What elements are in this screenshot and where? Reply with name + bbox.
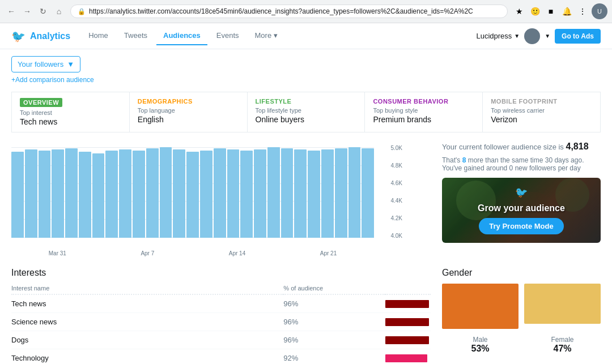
emoji-button[interactable]: 🙂 [528, 5, 542, 18]
y-label-4: 4.4K [390, 198, 402, 204]
x-label-2: Apr 7 [141, 250, 154, 256]
interest-name: Dogs [11, 331, 283, 349]
chart-bar [254, 149, 266, 238]
male-bar-rect [442, 284, 518, 329]
interests-col-name: Interest name [11, 282, 283, 294]
interests-table: Interest name % of audience Tech news 96… [11, 282, 431, 364]
overview-sublabel: Top interest [20, 109, 121, 116]
promote-title: Grow your audience [478, 203, 565, 213]
overview-label: OVERVIEW [20, 98, 62, 107]
overview-card[interactable]: OVERVIEW Top interest Tech news [12, 92, 130, 132]
chart-bar [92, 153, 105, 238]
go-to-ads-button[interactable]: Go to Ads [555, 29, 601, 44]
chart-bar [173, 149, 185, 238]
twitter-promote-icon: 🐦 [515, 186, 528, 199]
audience-desc1: That's [442, 156, 460, 164]
chart-bar [39, 151, 51, 238]
twitter-logo-icon: 🐦 [11, 29, 26, 43]
twitter-nav: 🐦 Analytics Home Tweets Audiences Events… [0, 23, 612, 49]
interests-section: Interests Interest name % of audience Te… [11, 268, 431, 364]
extension-button[interactable]: ■ [544, 5, 558, 18]
consumer-behavior-label: CONSUMER BEHAVIOR [373, 98, 474, 105]
chart-bar [119, 149, 131, 238]
x-label-3: Apr 14 [229, 250, 245, 256]
nav-home[interactable]: Home [82, 27, 115, 45]
audience-change-text: That's 8 more than the same time 30 days… [442, 156, 601, 172]
promote-banner[interactable]: 🐦 Grow your audience Try Promote Mode [442, 178, 601, 243]
chart-bar [65, 148, 78, 238]
forward-button[interactable]: → [20, 5, 34, 18]
audience-stats-text: Your current follower audience size is 4… [442, 142, 601, 152]
notification-button[interactable]: 🔔 [560, 5, 573, 18]
chart-bar [214, 148, 226, 238]
add-comparison-link[interactable]: +Add comparison audience [11, 76, 601, 84]
gender-title: Gender [442, 268, 601, 278]
interests-col-pct: % of audience [283, 282, 385, 294]
chart-bar [186, 152, 199, 238]
demographics-value: English [138, 115, 239, 124]
demographics-card[interactable]: DEMOGRAPHICS Top language English [130, 92, 248, 132]
chart-bar [79, 152, 91, 238]
nav-more[interactable]: More ▾ [248, 27, 284, 45]
overview-value: Tech news [20, 117, 121, 126]
home-button[interactable]: ⌂ [52, 5, 66, 18]
interest-bar [385, 300, 429, 308]
y-label-2: 4.8K [390, 162, 402, 169]
y-label-6: 4.0K [390, 233, 402, 239]
lifestyle-sublabel: Top lifestyle type [256, 107, 357, 114]
mobile-footprint-card[interactable]: MOBILE FOOTPRINT Top wireless carrier Ve… [483, 92, 600, 132]
star-button[interactable]: ★ [512, 5, 526, 18]
main-content: Your followers ▼ +Add comparison audienc… [0, 49, 612, 364]
consumer-behavior-sublabel: Top buying style [373, 107, 474, 114]
chart-bar [321, 149, 334, 238]
interest-bar [385, 336, 429, 344]
interest-bar-cell [385, 313, 431, 331]
chart-bar [240, 151, 253, 238]
account-selector[interactable]: Lucidpress ▼ [476, 32, 520, 40]
back-button[interactable]: ← [5, 5, 18, 18]
chart-bar [105, 151, 118, 238]
lifestyle-card[interactable]: LIFESTYLE Top lifestyle type Online buye… [248, 92, 366, 132]
gender-male-label: Male [442, 336, 518, 344]
chart-bar [11, 152, 24, 238]
right-stats-panel: Gender Male 53% Female [442, 268, 601, 364]
chart-bar [348, 147, 361, 238]
user-avatar[interactable] [524, 28, 540, 44]
url-text: https://analytics.twitter.com/accounts/1… [89, 7, 473, 15]
consumer-behavior-card[interactable]: CONSUMER BEHAVIOR Top buying style Premi… [365, 92, 483, 132]
nav-events[interactable]: Events [210, 27, 246, 45]
chart-bars [11, 147, 374, 238]
table-row: Tech news 96% [11, 294, 431, 313]
category-cards: OVERVIEW Top interest Tech news DEMOGRAP… [11, 92, 601, 132]
audience-selector[interactable]: Your followers ▼ [11, 56, 80, 72]
gender-female-label-col: Female 47% [524, 336, 601, 354]
chart-y-labels: 5.0K 4.8K 4.6K 4.4K 4.2K 4.0K [390, 145, 402, 239]
nav-links: Home Tweets Audiences Events More ▾ [82, 27, 284, 45]
refresh-button[interactable]: ↻ [36, 5, 50, 18]
gender-section: Gender Male 53% Female [442, 268, 601, 354]
interest-bar [385, 354, 427, 362]
address-bar[interactable]: 🔒 https://analytics.twitter.com/accounts… [70, 5, 508, 18]
gender-female-pct: 47% [524, 344, 601, 354]
chart-x-labels: Mar 31 Apr 7 Apr 14 Apr 21 [11, 250, 402, 256]
chart-outer: 5.0K 4.8K 4.6K 4.4K 4.2K 4.0K Mar 31 Apr… [11, 142, 431, 256]
try-promote-mode-button[interactable]: Try Promote Mode [479, 218, 563, 234]
chart-bar [146, 148, 159, 238]
gender-male-label-col: Male 53% [442, 336, 518, 354]
y-label-1: 5.0K [390, 145, 402, 151]
x-label-1: Mar 31 [49, 250, 66, 256]
nav-audiences[interactable]: Audiences [156, 27, 207, 45]
table-row: Technology 92% [11, 349, 431, 365]
more-button[interactable]: ⋮ [576, 5, 589, 18]
interests-table-header: Interest name % of audience [11, 282, 431, 294]
mobile-footprint-sublabel: Top wireless carrier [491, 107, 592, 114]
analytics-brand-label: Analytics [30, 31, 70, 41]
browser-avatar: U [592, 3, 607, 19]
chart-bar [25, 149, 37, 238]
nav-tweets[interactable]: Tweets [117, 27, 154, 45]
chart-bar [200, 151, 212, 238]
interest-bar-cell [385, 349, 431, 365]
interest-pct: 96% [283, 294, 385, 313]
chart-bar [133, 151, 145, 238]
browser-actions: ★ 🙂 ■ 🔔 ⋮ U [512, 3, 607, 19]
